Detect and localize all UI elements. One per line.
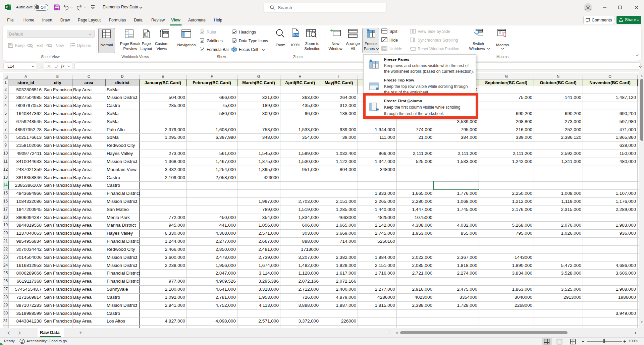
svg-text:100: 100 xyxy=(294,34,299,37)
svg-text:x: x xyxy=(6,5,8,9)
